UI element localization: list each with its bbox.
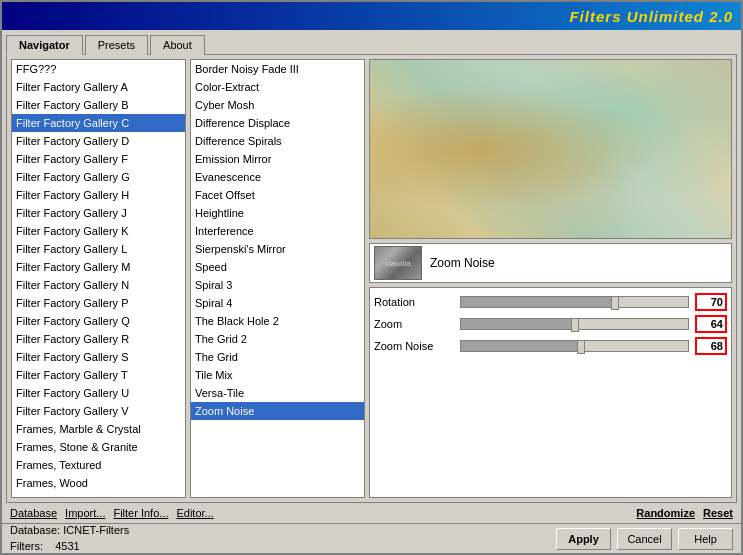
param-value: 68: [695, 337, 727, 355]
filter-list-item[interactable]: The Black Hole 2: [191, 312, 364, 330]
category-item[interactable]: Frames, Stone & Granite: [12, 438, 185, 456]
middle-panel: Border Noisy Fade IIIColor-ExtractCyber …: [190, 59, 365, 498]
category-item[interactable]: Frames, Wood: [12, 474, 185, 492]
param-slider[interactable]: [460, 340, 689, 352]
param-value: 70: [695, 293, 727, 311]
status-info: Database: ICNET-Filters Filters: 4531: [10, 523, 129, 554]
title-bar: Filters Unlimited 2.0: [2, 2, 741, 30]
help-button[interactable]: Help: [678, 528, 733, 550]
param-row: Zoom Noise68: [374, 336, 727, 356]
params-area: Rotation70Zoom64Zoom Noise68: [369, 287, 732, 498]
category-item[interactable]: Filter Factory Gallery S: [12, 348, 185, 366]
filter-list-item[interactable]: Versa-Tile: [191, 384, 364, 402]
editor-button[interactable]: Editor...: [176, 507, 213, 519]
filter-list-item[interactable]: Difference Displace: [191, 114, 364, 132]
tab-about[interactable]: About: [150, 35, 205, 55]
filter-list-item[interactable]: Zoom Noise: [191, 402, 364, 420]
filter-list-item[interactable]: Cyber Mosh: [191, 96, 364, 114]
category-item[interactable]: Filter Factory Gallery J: [12, 204, 185, 222]
status-bar: Database: ICNET-Filters Filters: 4531 Ap…: [2, 523, 741, 553]
category-list[interactable]: FFG???Filter Factory Gallery AFilter Fac…: [11, 59, 186, 498]
left-panel: FFG???Filter Factory Gallery AFilter Fac…: [11, 59, 186, 498]
reset-button[interactable]: Reset: [703, 507, 733, 519]
category-item[interactable]: Filter Factory Gallery N: [12, 276, 185, 294]
tab-navigator[interactable]: Navigator: [6, 35, 83, 55]
randomize-button[interactable]: Randomize: [636, 507, 695, 519]
category-item[interactable]: Filter Factory Gallery V: [12, 402, 185, 420]
filter-list-item[interactable]: Spiral 3: [191, 276, 364, 294]
import-button[interactable]: Import...: [65, 507, 105, 519]
filter-list-item[interactable]: Speed: [191, 258, 364, 276]
category-item[interactable]: Filter Factory Gallery B: [12, 96, 185, 114]
preview-inner: [370, 60, 731, 238]
filters-info: Filters: 4531: [10, 539, 129, 554]
category-item[interactable]: Filter Factory Gallery C: [12, 114, 185, 132]
tab-presets[interactable]: Presets: [85, 35, 148, 55]
main-window: Filters Unlimited 2.0 Navigator Presets …: [0, 0, 743, 555]
filter-list[interactable]: Border Noisy Fade IIIColor-ExtractCyber …: [190, 59, 365, 498]
filter-list-item[interactable]: Tile Mix: [191, 366, 364, 384]
filter-list-item[interactable]: Color-Extract: [191, 78, 364, 96]
param-label: Rotation: [374, 296, 454, 308]
cancel-button[interactable]: Cancel: [617, 528, 672, 550]
category-item[interactable]: Filter Factory Gallery L: [12, 240, 185, 258]
param-slider[interactable]: [460, 318, 689, 330]
filter-info-bar: Zoom Noise: [369, 243, 732, 283]
category-item[interactable]: Frames, Textured: [12, 456, 185, 474]
filter-list-item[interactable]: Sierpenski's Mirror: [191, 240, 364, 258]
category-item[interactable]: Filter Factory Gallery Q: [12, 312, 185, 330]
category-item[interactable]: Filter Factory Gallery K: [12, 222, 185, 240]
main-content: FFG???Filter Factory Gallery AFilter Fac…: [6, 54, 737, 503]
category-item[interactable]: Filter Factory Gallery M: [12, 258, 185, 276]
tab-bar: Navigator Presets About: [2, 30, 741, 54]
filter-list-item[interactable]: The Grid 2: [191, 330, 364, 348]
param-slider[interactable]: [460, 296, 689, 308]
category-item[interactable]: Filter Factory Gallery T: [12, 366, 185, 384]
filter-thumbnail: [374, 246, 422, 280]
filter-list-item[interactable]: The Grid: [191, 348, 364, 366]
database-button[interactable]: Database: [10, 507, 57, 519]
filter-list-item[interactable]: Facet Offset: [191, 186, 364, 204]
category-item[interactable]: Filter Factory Gallery F: [12, 150, 185, 168]
param-row: Rotation70: [374, 292, 727, 312]
category-item[interactable]: Filter Factory Gallery U: [12, 384, 185, 402]
param-row: Zoom64: [374, 314, 727, 334]
param-label: Zoom: [374, 318, 454, 330]
filter-info-button[interactable]: Filter Info...: [113, 507, 168, 519]
filter-list-item[interactable]: Evanescence: [191, 168, 364, 186]
category-item[interactable]: Filter Factory Gallery P: [12, 294, 185, 312]
category-item[interactable]: Filter Factory Gallery A: [12, 78, 185, 96]
category-item[interactable]: FFG???: [12, 60, 185, 78]
filter-name-label: Zoom Noise: [430, 256, 495, 270]
param-value: 64: [695, 315, 727, 333]
filter-list-item[interactable]: Spiral 4: [191, 294, 364, 312]
filter-list-item[interactable]: Emission Mirror: [191, 150, 364, 168]
title-text: Filters Unlimited 2.0: [569, 8, 733, 25]
filter-list-item[interactable]: Difference Spirals: [191, 132, 364, 150]
filter-list-item[interactable]: Heightline: [191, 204, 364, 222]
category-item[interactable]: Filter Factory Gallery G: [12, 168, 185, 186]
bottom-toolbar: Database Import... Filter Info... Editor…: [2, 503, 741, 523]
filter-list-item[interactable]: Border Noisy Fade III: [191, 60, 364, 78]
param-label: Zoom Noise: [374, 340, 454, 352]
filter-list-item[interactable]: Interference: [191, 222, 364, 240]
category-item[interactable]: Filter Factory Gallery R: [12, 330, 185, 348]
right-panel: Zoom Noise Rotation70Zoom64Zoom Noise68: [369, 59, 732, 498]
category-item[interactable]: Frames, Marble & Crystal: [12, 420, 185, 438]
database-info: Database: ICNET-Filters: [10, 523, 129, 538]
apply-button[interactable]: Apply: [556, 528, 611, 550]
status-buttons: Apply Cancel Help: [556, 528, 733, 550]
preview-image: [369, 59, 732, 239]
category-item[interactable]: Filter Factory Gallery H: [12, 186, 185, 204]
category-item[interactable]: Filter Factory Gallery D: [12, 132, 185, 150]
